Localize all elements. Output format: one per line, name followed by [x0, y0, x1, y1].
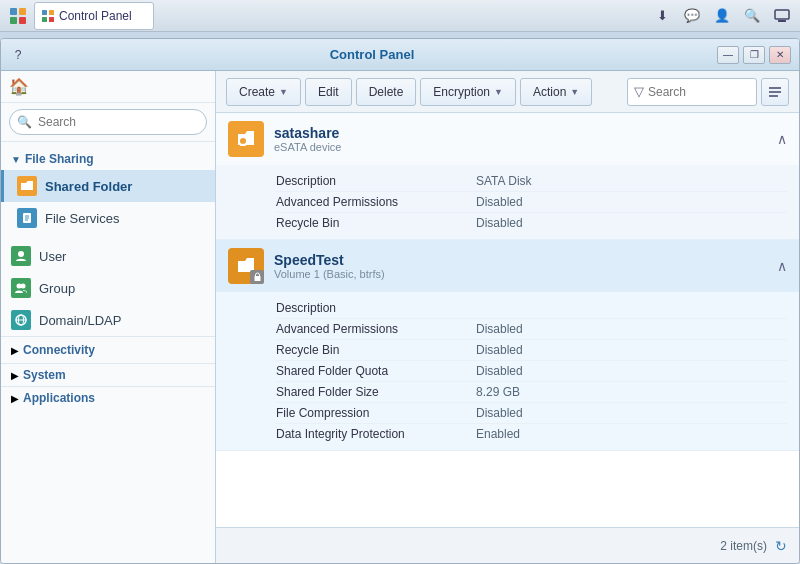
create-button[interactable]: Create ▼ — [226, 78, 301, 106]
lock-icon — [250, 270, 264, 284]
speedtest-integrity-row: Data Integrity Protection Enabled — [276, 424, 787, 444]
file-services-icon — [17, 208, 37, 228]
window-controls: — ❐ ✕ — [717, 46, 791, 64]
restore-button[interactable]: ❐ — [743, 46, 765, 64]
user-label: User — [39, 249, 66, 264]
delete-button[interactable]: Delete — [356, 78, 417, 106]
svg-rect-7 — [49, 17, 54, 22]
toolbar-search-input[interactable] — [648, 85, 738, 99]
speedtest-size-row: Shared Folder Size 8.29 GB — [276, 382, 787, 403]
applications-arrow: ▶ — [11, 393, 19, 404]
satashare-name: satashare — [274, 125, 767, 141]
speedtest-integrity-value: Enabled — [476, 427, 520, 441]
satashare-recycle-value: Disabled — [476, 216, 523, 230]
list-view-button[interactable] — [761, 78, 789, 106]
svg-rect-6 — [42, 17, 47, 22]
filter-icon: ▽ — [634, 84, 644, 99]
action-button[interactable]: Action ▼ — [520, 78, 592, 106]
satashare-chevron[interactable]: ∧ — [777, 131, 787, 147]
satashare-description-label: Description — [276, 174, 476, 188]
taskbar-app-controlpanel[interactable]: Control Panel — [34, 2, 154, 30]
refresh-button[interactable]: ↻ — [775, 538, 787, 554]
speedtest-recycle-row: Recycle Bin Disabled — [276, 340, 787, 361]
folder-speedtest-header[interactable]: SpeedTest Volume 1 (Basic, btrfs) ∧ — [216, 240, 799, 292]
applications-section[interactable]: ▶ Applications — [1, 386, 215, 409]
sidebar-search-input[interactable] — [9, 109, 207, 135]
taskbar-search-icon[interactable]: 🔍 — [738, 3, 766, 29]
file-sharing-arrow: ▼ — [11, 154, 21, 165]
connectivity-section[interactable]: ▶ Connectivity — [1, 336, 215, 363]
speedtest-adv-perms-label: Advanced Permissions — [276, 322, 476, 336]
main-content: Create ▼ Edit Delete Encryption ▼ Action… — [216, 71, 799, 563]
speedtest-compression-label: File Compression — [276, 406, 476, 420]
satashare-info: satashare eSATA device — [274, 125, 767, 153]
satashare-description-value: SATA Disk — [476, 174, 532, 188]
content-footer: 2 item(s) ↻ — [216, 527, 799, 563]
speedtest-quota-label: Shared Folder Quota — [276, 364, 476, 378]
system-section[interactable]: ▶ System — [1, 363, 215, 386]
satashare-recycle-label: Recycle Bin — [276, 216, 476, 230]
speedtest-details: Description Advanced Permissions Disable… — [216, 292, 799, 450]
encryption-dropdown-arrow: ▼ — [494, 87, 503, 97]
encryption-button[interactable]: Encryption ▼ — [420, 78, 516, 106]
shared-folder-label: Shared Folder — [45, 179, 132, 194]
titlebar: ? Control Panel — ❐ ✕ — [1, 39, 799, 71]
edit-button[interactable]: Edit — [305, 78, 352, 106]
system-label: System — [23, 368, 66, 382]
speedtest-adv-perms-value: Disabled — [476, 322, 523, 336]
file-services-label: File Services — [45, 211, 119, 226]
help-button[interactable]: ? — [9, 46, 27, 64]
sidebar-home[interactable]: 🏠 — [1, 71, 215, 103]
domain-ldap-label: Domain/LDAP — [39, 313, 121, 328]
minimize-button[interactable]: — — [717, 46, 739, 64]
svg-point-14 — [18, 251, 24, 257]
speedtest-recycle-value: Disabled — [476, 343, 523, 357]
speedtest-chevron[interactable]: ∧ — [777, 258, 787, 274]
sidebar-search-icon: 🔍 — [17, 115, 32, 129]
sidebar-item-group[interactable]: Group — [1, 272, 215, 304]
file-sharing-section: ▼ File Sharing Shared Folder — [1, 142, 215, 240]
folder-satashare-header[interactable]: satashare eSATA device ∧ — [216, 113, 799, 165]
taskbar-chat-icon[interactable]: 💬 — [678, 3, 706, 29]
satashare-adv-perms-value: Disabled — [476, 195, 523, 209]
sidebar: 🏠 🔍 ▼ File Sharing — [1, 71, 216, 563]
taskbar-grid-icon[interactable] — [4, 3, 32, 29]
satashare-recycle-row: Recycle Bin Disabled — [276, 213, 787, 233]
speedtest-quota-row: Shared Folder Quota Disabled — [276, 361, 787, 382]
connectivity-label: Connectivity — [23, 343, 95, 357]
satashare-description-row: Description SATA Disk — [276, 171, 787, 192]
edit-label: Edit — [318, 85, 339, 99]
folder-speedtest: SpeedTest Volume 1 (Basic, btrfs) ∧ Desc… — [216, 240, 799, 451]
svg-rect-8 — [775, 10, 789, 19]
satashare-subtitle: eSATA device — [274, 141, 767, 153]
sidebar-item-file-services[interactable]: File Services — [1, 202, 215, 234]
encryption-label: Encryption — [433, 85, 490, 99]
satashare-icon-wrap — [228, 121, 264, 157]
sidebar-item-domain-ldap[interactable]: Domain/LDAP — [1, 304, 215, 336]
speedtest-adv-perms-row: Advanced Permissions Disabled — [276, 319, 787, 340]
close-button[interactable]: ✕ — [769, 46, 791, 64]
speedtest-info: SpeedTest Volume 1 (Basic, btrfs) — [274, 252, 767, 280]
sidebar-item-user[interactable]: User — [1, 240, 215, 272]
group-icon — [11, 278, 31, 298]
toolbar: Create ▼ Edit Delete Encryption ▼ Action… — [216, 71, 799, 113]
folder-satashare: satashare eSATA device ∧ Description SAT… — [216, 113, 799, 240]
taskbar-right: ⬇ 💬 👤 🔍 — [648, 3, 796, 29]
taskbar-user-icon[interactable]: 👤 — [708, 3, 736, 29]
toolbar-search-box: ▽ — [627, 78, 757, 106]
sidebar-item-shared-folder[interactable]: Shared Folder — [1, 170, 215, 202]
window-body: 🏠 🔍 ▼ File Sharing — [1, 71, 799, 563]
svg-rect-4 — [42, 10, 47, 15]
file-sharing-label: File Sharing — [25, 152, 94, 166]
group-label: Group — [39, 281, 75, 296]
window-title: Control Panel — [27, 47, 717, 62]
taskbar-download-icon[interactable]: ⬇ — [648, 3, 676, 29]
speedtest-size-label: Shared Folder Size — [276, 385, 476, 399]
taskbar-desktop-icon[interactable] — [768, 3, 796, 29]
svg-rect-3 — [19, 17, 26, 24]
taskbar: Control Panel ⬇ 💬 👤 🔍 — [0, 0, 800, 32]
sidebar-search-wrap: 🔍 — [1, 103, 215, 142]
speedtest-quota-value: Disabled — [476, 364, 523, 378]
file-sharing-header[interactable]: ▼ File Sharing — [1, 148, 215, 170]
satashare-adv-perms-row: Advanced Permissions Disabled — [276, 192, 787, 213]
